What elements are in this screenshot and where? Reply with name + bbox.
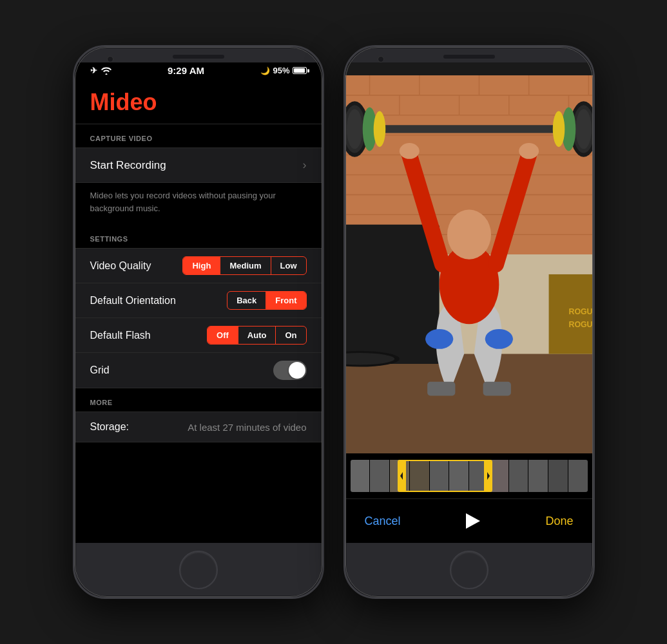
app-header: Mideo	[75, 79, 322, 124]
status-bar-right	[345, 62, 593, 75]
speaker-grille-right	[443, 55, 495, 59]
grid-toggle[interactable]	[273, 361, 307, 380]
timeline-area[interactable]	[345, 453, 593, 498]
video-controls: Cancel Done	[345, 498, 593, 543]
video-quality-label: Video Quality	[90, 260, 151, 272]
play-button[interactable]	[460, 508, 486, 534]
capture-section-label: CAPTURE VIDEO	[75, 124, 322, 147]
status-bar-left: ✈ 9:29 AM 🌙 95%	[75, 62, 322, 79]
timeline-strip[interactable]	[351, 460, 588, 492]
quality-high-btn[interactable]: High	[183, 257, 220, 274]
speaker-grille	[173, 55, 224, 59]
svg-rect-48	[427, 382, 455, 396]
cancel-button[interactable]: Cancel	[365, 515, 401, 528]
storage-label: Storage:	[90, 421, 129, 433]
airplane-icon: ✈	[90, 66, 97, 75]
video-preview: ROGUE ROGUE	[345, 75, 593, 453]
status-right: 🌙 95%	[260, 66, 306, 75]
battery-icon	[293, 67, 307, 74]
app-title: Mideo	[90, 89, 307, 116]
settings-section-label: SETTINGS	[75, 225, 322, 248]
phone-screen-left: ✈ 9:29 AM 🌙 95%	[75, 62, 322, 543]
svg-point-47	[485, 329, 512, 349]
orientation-row: Default Orientation Back Front	[75, 283, 322, 318]
flash-on-btn[interactable]: On	[275, 327, 305, 344]
svg-text:ROGUE: ROGUE	[568, 320, 593, 329]
svg-point-32	[346, 109, 362, 149]
description-text: Mideo lets you record videos without pau…	[75, 183, 322, 225]
orientation-front-btn[interactable]: Front	[266, 292, 305, 309]
storage-row: Storage: At least 27 minutes of video	[75, 412, 322, 442]
camera-dot	[107, 56, 113, 62]
flash-row: Default Flash Off Auto On	[75, 318, 322, 353]
camera-dot-right	[378, 56, 384, 62]
svg-point-34	[373, 111, 385, 147]
chevron-right-icon: ›	[303, 158, 307, 172]
quality-low-btn[interactable]: Low	[271, 257, 306, 274]
svg-text:ROGUE: ROGUE	[568, 307, 593, 316]
video-quality-control[interactable]: High Medium Low	[182, 256, 306, 275]
toggle-knob	[289, 362, 305, 379]
svg-point-44	[399, 143, 419, 159]
settings-section: Video Quality High Medium Low Default Or…	[75, 248, 322, 388]
video-screen: ROGUE ROGUE	[345, 75, 593, 543]
phone-left: ✈ 9:29 AM 🌙 95%	[73, 45, 324, 599]
timeline-selection[interactable]	[398, 460, 492, 492]
flash-control[interactable]: Off Auto On	[207, 326, 306, 345]
phone-top-right	[345, 47, 593, 62]
status-left: ✈	[90, 66, 111, 75]
phone-top-left	[75, 47, 322, 62]
svg-rect-22	[345, 354, 593, 453]
status-time: 9:29 AM	[168, 65, 204, 76]
battery-percent: 95%	[273, 66, 289, 75]
timeline-handle-left[interactable]	[398, 461, 406, 491]
svg-point-37	[575, 109, 592, 149]
start-recording-label: Start Recording	[90, 159, 166, 172]
grid-row: Grid	[75, 353, 322, 388]
grid-label: Grid	[90, 365, 110, 376]
phones-container: ✈ 9:29 AM 🌙 95%	[60, 32, 608, 612]
video-quality-row: Video Quality High Medium Low	[75, 249, 322, 283]
orientation-label: Default Orientation	[90, 295, 176, 307]
flash-label: Default Flash	[90, 330, 151, 341]
storage-value: At least 27 minutes of video	[188, 422, 306, 433]
svg-point-46	[425, 329, 453, 349]
svg-rect-49	[483, 382, 510, 396]
orientation-back-btn[interactable]: Back	[227, 292, 266, 309]
flash-off-btn[interactable]: Off	[208, 327, 238, 344]
phone-right: ROGUE ROGUE	[343, 45, 595, 599]
timeline-handle-right[interactable]	[484, 461, 492, 491]
wifi-icon	[101, 67, 111, 75]
moon-icon: 🌙	[260, 66, 270, 75]
play-icon	[466, 513, 480, 529]
start-recording-row[interactable]: Start Recording ›	[75, 147, 322, 183]
home-button-right[interactable]	[450, 551, 488, 589]
svg-point-45	[519, 143, 539, 159]
more-section-label: MORE	[75, 388, 322, 412]
quality-medium-btn[interactable]: Medium	[220, 257, 270, 274]
orientation-control[interactable]: Back Front	[227, 291, 306, 310]
svg-rect-23	[345, 225, 440, 364]
svg-point-41	[447, 210, 491, 260]
svg-point-39	[552, 111, 565, 147]
gym-scene-svg: ROGUE ROGUE	[345, 75, 593, 453]
home-button-left[interactable]	[179, 551, 218, 589]
flash-auto-btn[interactable]: Auto	[238, 327, 276, 344]
done-button[interactable]: Done	[545, 515, 573, 528]
phone-screen-right: ROGUE ROGUE	[345, 62, 593, 543]
